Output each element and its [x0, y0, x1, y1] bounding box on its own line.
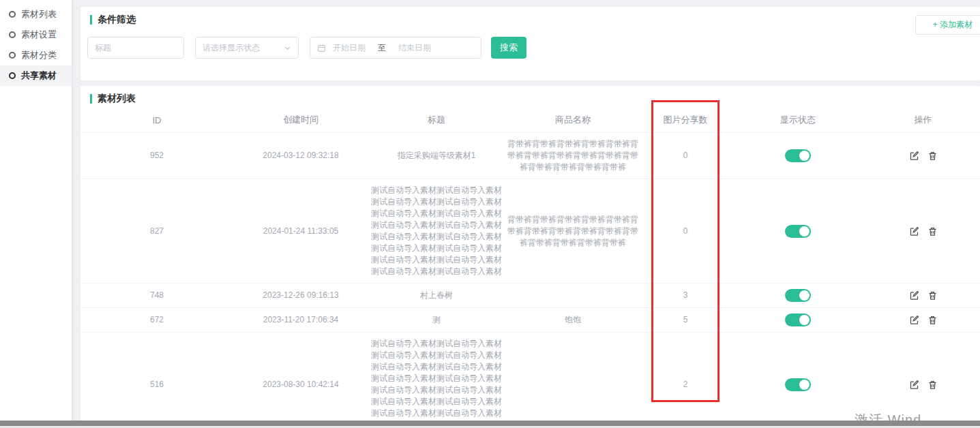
table-row: 516 2023-08-30 10:42:14 测试自动导入素材测试自动导入素材…	[80, 332, 980, 421]
sidebar-item-label: 素材分类	[21, 49, 57, 61]
sidebar-item-label: 共享素材	[21, 70, 57, 82]
col-header-display-status: 显示状态	[730, 114, 866, 126]
accent-bar	[90, 94, 92, 104]
title-input[interactable]	[87, 37, 184, 59]
toggle-knob	[799, 290, 810, 301]
calendar-icon	[317, 44, 326, 52]
add-material-button[interactable]: + 添加素材	[915, 15, 980, 35]
search-button[interactable]: 搜索	[491, 37, 526, 59]
radio-circle-icon	[9, 72, 16, 79]
cell-display-status	[730, 144, 866, 168]
cell-title: 村上春树	[368, 284, 505, 307]
cell-title: 测试自动导入素材测试自动导入素材测试自动导入素材测试自动导入素材测试自动导入素材…	[368, 179, 505, 283]
sidebar-item-label: 素材设置	[21, 29, 57, 41]
col-header-product: 商品名称	[505, 114, 641, 126]
cell-id: 952	[80, 144, 233, 167]
sidebar-item-material-settings[interactable]: 素材设置	[0, 25, 72, 45]
table-section-title-text: 素材列表	[98, 93, 136, 105]
cell-title: 指定采购端等级素材1	[368, 144, 505, 167]
filter-section-title: 条件筛选	[80, 7, 980, 29]
col-header-title: 标题	[368, 114, 505, 126]
display-status-toggle[interactable]	[785, 378, 811, 391]
cell-display-status	[730, 284, 866, 307]
table-row: 827 2024-01-24 11:33:05 测试自动导入素材测试自动导入素材…	[80, 179, 980, 283]
cell-product: 背带裤背带裤背带裤背带裤背带裤背带裤背带裤背带裤背带裤背带裤背带裤背带裤背带裤背…	[505, 133, 641, 179]
toggle-knob	[799, 315, 810, 325]
cell-created: 2023-08-30 10:42:14	[233, 373, 368, 396]
radio-circle-icon	[9, 31, 16, 38]
cell-display-status	[730, 219, 866, 243]
radio-circle-icon	[9, 52, 16, 59]
display-status-toggle[interactable]	[785, 149, 811, 162]
cell-share-count: 5	[641, 309, 730, 331]
cell-operations	[866, 145, 980, 166]
cell-product	[505, 379, 641, 390]
cell-share-count: 3	[641, 284, 730, 307]
edit-icon[interactable]	[909, 226, 919, 236]
col-header-share-count: 图片分享数	[641, 114, 730, 126]
radio-circle-icon	[9, 11, 16, 18]
sidebar-item-material-category[interactable]: 素材分类	[0, 45, 72, 65]
edit-icon[interactable]	[909, 380, 919, 390]
delete-icon[interactable]	[927, 380, 938, 390]
display-status-toggle[interactable]	[785, 225, 811, 238]
table-row: 952 2024-03-12 09:32:18 指定采购端等级素材1 背带裤背带…	[80, 132, 980, 179]
cell-display-status	[730, 373, 866, 397]
cell-operations	[866, 285, 980, 306]
sidebar: 素材列表 素材设置 素材分类 共享素材	[0, 0, 72, 421]
date-separator: 至	[378, 42, 386, 54]
sidebar-item-shared-material[interactable]: 共享素材	[0, 65, 72, 86]
bottom-scrollbar[interactable]	[0, 421, 980, 426]
filter-section-title-text: 条件筛选	[98, 14, 136, 26]
table-header-row: ID 创建时间 标题 商品名称 图片分享数 显示状态 操作	[80, 108, 980, 132]
table-row: 748 2023-12-26 09:16:13 村上春树 3	[80, 283, 980, 307]
cell-created: 2024-01-24 11:33:05	[233, 220, 368, 243]
cell-title: 测试自动导入素材测试自动导入素材测试自动导入素材测试自动导入素材测试自动导入素材…	[368, 333, 505, 421]
cell-id: 827	[80, 220, 233, 243]
edit-icon[interactable]	[909, 290, 919, 301]
cell-product	[505, 290, 641, 301]
cell-id: 672	[80, 309, 233, 331]
chevron-down-icon	[284, 44, 291, 52]
delete-icon[interactable]	[927, 315, 938, 325]
cell-share-count: 0	[641, 144, 730, 167]
cell-share-count: 2	[641, 373, 730, 396]
table-section-title: 素材列表	[80, 86, 980, 108]
toggle-knob	[799, 151, 810, 161]
cell-id: 516	[80, 373, 233, 396]
delete-icon[interactable]	[927, 226, 938, 236]
col-header-operation: 操作	[866, 114, 980, 126]
cell-created: 2024-03-12 09:32:18	[233, 144, 368, 167]
cell-created: 2023-11-20 17:06:34	[233, 309, 368, 331]
cell-title: 测	[368, 309, 505, 331]
delete-icon[interactable]	[927, 151, 938, 161]
display-status-toggle[interactable]	[785, 289, 811, 302]
material-table-card: 素材列表 ID 创建时间 标题 商品名称 图片分享数 显示状态 操作 952 2…	[80, 86, 980, 421]
cell-id: 748	[80, 284, 233, 307]
edit-icon[interactable]	[909, 315, 919, 325]
edit-icon[interactable]	[909, 151, 919, 161]
display-status-toggle[interactable]	[785, 314, 811, 326]
sidebar-item-material-list[interactable]: 素材列表	[0, 4, 72, 25]
accent-bar	[90, 15, 92, 25]
start-date-placeholder: 开始日期	[333, 42, 366, 54]
cell-created: 2023-12-26 09:16:13	[233, 284, 368, 307]
table-row: 672 2023-11-20 17:06:34 测 饱饱 5	[80, 307, 980, 332]
page: 素材列表 素材设置 素材分类 共享素材 条件筛选 请选择显示状态	[0, 0, 980, 428]
cell-share-count: 0	[641, 220, 730, 243]
toggle-knob	[799, 226, 810, 236]
col-header-id: ID	[80, 115, 233, 125]
end-date-placeholder: 结束日期	[398, 42, 431, 54]
toggle-knob	[799, 380, 810, 390]
col-header-created: 创建时间	[233, 114, 368, 126]
date-range-picker[interactable]: 开始日期 至 结束日期	[310, 37, 481, 59]
sidebar-item-label: 素材列表	[21, 8, 57, 20]
cell-display-status	[730, 308, 866, 332]
cell-product: 饱饱	[505, 309, 641, 331]
filter-card: 条件筛选 请选择显示状态 开始日期 至 结束日期 搜索	[80, 7, 980, 80]
display-status-select[interactable]: 请选择显示状态	[195, 37, 299, 59]
delete-icon[interactable]	[927, 290, 938, 301]
cell-operations	[866, 221, 980, 242]
select-placeholder: 请选择显示状态	[203, 42, 260, 54]
cell-product: 背带裤背带裤背带裤背带裤背带裤背带裤背带裤背带裤背带裤背带裤背带裤背带裤背带裤背…	[505, 209, 641, 254]
